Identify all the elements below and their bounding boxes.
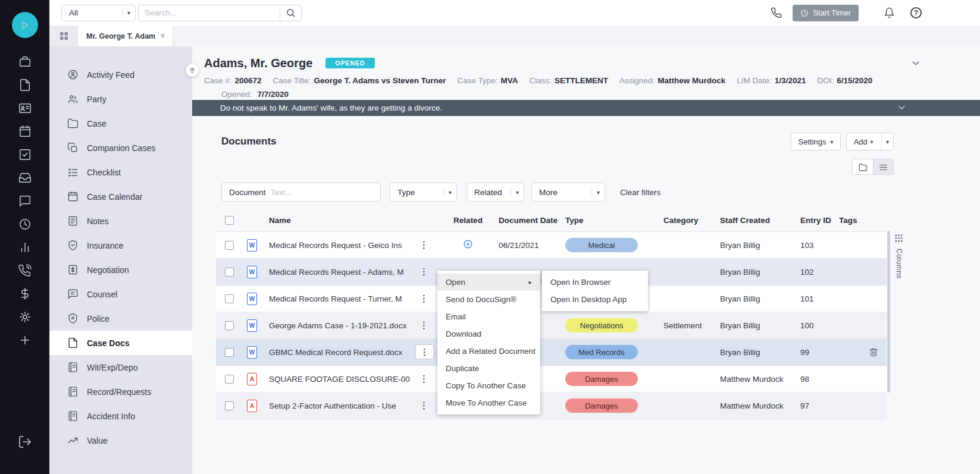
search-scope-dropdown[interactable]: All — [61, 5, 136, 21]
document-name[interactable]: George Adams Case - 1-19-2021.docx — [269, 321, 415, 330]
submenu-item-open-in-desktop-app[interactable]: Open In Desktop App — [542, 291, 648, 308]
document-name[interactable]: Medical Records Request - Adams, M — [269, 268, 415, 277]
add-rail-button[interactable] — [18, 333, 32, 347]
select-all-checkbox[interactable] — [225, 216, 234, 225]
row-menu-icon[interactable] — [415, 372, 433, 385]
notifications-button[interactable] — [884, 7, 895, 18]
chevron-down-icon[interactable] — [882, 139, 893, 145]
pin-sidebar-button[interactable] — [186, 64, 199, 77]
document-name[interactable]: Medical Records Request - Geico Ins — [269, 241, 415, 250]
add-document-button[interactable]: Add + — [846, 133, 894, 150]
sidebar-item-record-requests[interactable]: Record/Requests — [49, 379, 192, 404]
sidebar-item-companion-cases[interactable]: Companion Cases — [49, 136, 192, 160]
related-filter-dropdown[interactable]: Related — [466, 183, 524, 202]
calendar-rail-button[interactable] — [18, 124, 32, 139]
column-header-related[interactable]: Related — [442, 216, 494, 225]
row-menu-icon[interactable] — [415, 265, 433, 278]
row-checkbox[interactable] — [225, 321, 234, 330]
row-checkbox[interactable] — [225, 294, 234, 303]
menu-item-add-related-document[interactable]: Add a Related Document — [437, 343, 540, 360]
document-name[interactable]: Medical Records Request - Turner, M — [269, 294, 415, 303]
sidebar-item-notes[interactable]: Notes — [49, 209, 192, 233]
table-row[interactable]: SQUARE FOOTAGE DISCLOSURE-00 Damages Mat… — [216, 366, 887, 393]
columns-control[interactable]: Columns — [894, 234, 903, 279]
banner-collapse-button[interactable] — [897, 103, 906, 114]
row-menu-icon[interactable] — [415, 398, 433, 412]
reports-rail-button[interactable] — [18, 240, 32, 255]
sidebar-item-value[interactable]: Value — [49, 428, 192, 453]
sidebar-item-case[interactable]: Case — [49, 111, 192, 136]
row-checkbox[interactable] — [225, 268, 234, 277]
search-button[interactable] — [280, 5, 302, 21]
row-menu-icon[interactable] — [415, 318, 433, 332]
tasks-rail-button[interactable] — [18, 147, 32, 162]
sidebar-item-party[interactable]: Party — [49, 87, 192, 111]
logout-button[interactable] — [18, 435, 32, 449]
document-name[interactable]: Setup 2-Factor Authentication - Use — [269, 401, 415, 410]
menu-item-send-to-docusign[interactable]: Send to DocuSign® — [437, 291, 540, 308]
start-timer-button[interactable]: Start Timer — [793, 5, 859, 21]
sidebar-item-negotiation[interactable]: Negotiation — [49, 258, 192, 282]
settings-rail-button[interactable] — [18, 310, 32, 324]
contacts-rail-button[interactable] — [18, 101, 32, 115]
column-header-staff-created[interactable]: Staff Created — [720, 216, 800, 225]
settings-button[interactable]: Settings — [791, 133, 841, 150]
billing-rail-button[interactable] — [18, 287, 32, 301]
phone-button[interactable] — [771, 7, 782, 18]
menu-item-download[interactable]: Download — [437, 325, 540, 343]
menu-item-move-to-another-case[interactable]: Move To Another Case — [437, 394, 540, 412]
row-menu-icon[interactable] — [415, 344, 434, 359]
sidebar-item-wit-exp-depo[interactable]: Wit/Exp/Depo — [49, 355, 192, 379]
type-filter-dropdown[interactable]: Type — [390, 183, 457, 202]
column-header-entry-id[interactable]: Entry ID — [800, 216, 839, 225]
sidebar-item-police[interactable]: Police — [49, 306, 192, 331]
cases-rail-button[interactable] — [18, 55, 32, 69]
add-related-icon[interactable] — [463, 239, 473, 249]
row-menu-icon[interactable] — [415, 238, 433, 252]
clear-filters-link[interactable]: Clear filters — [620, 188, 660, 197]
column-header-tags[interactable]: Tags — [839, 216, 869, 225]
calls-rail-button[interactable] — [18, 263, 32, 278]
list-view-button[interactable] — [873, 159, 893, 175]
close-tab-icon[interactable] — [155, 32, 165, 40]
table-row[interactable]: Medical Records Request - Geico Ins 06/2… — [216, 232, 887, 259]
document-name[interactable]: GBMC Medical Record Request.docx — [269, 348, 415, 357]
intake-rail-button[interactable] — [18, 171, 32, 185]
table-row[interactable]: Setup 2-Factor Authentication - Use Dama… — [216, 393, 887, 419]
sidebar-item-accident-info[interactable]: Accident Info — [49, 404, 192, 428]
column-header-document-date[interactable]: Document Date — [494, 216, 565, 225]
time-rail-button[interactable] — [18, 217, 32, 231]
messages-rail-button[interactable] — [18, 194, 32, 208]
sidebar-item-activity-feed[interactable]: Activity Feed — [49, 62, 192, 87]
row-menu-icon[interactable] — [415, 291, 433, 305]
sidebar-item-checklist[interactable]: Checklist — [49, 160, 192, 184]
submenu-item-open-in-browser[interactable]: Open In Browser — [542, 274, 648, 291]
folder-view-button[interactable] — [853, 159, 873, 175]
row-checkbox[interactable] — [225, 241, 234, 250]
column-header-category[interactable]: Category — [663, 216, 720, 225]
more-filter-dropdown[interactable]: More — [531, 183, 605, 202]
collapse-header-button[interactable] — [911, 58, 920, 68]
search-input[interactable] — [138, 5, 280, 21]
help-button[interactable] — [910, 7, 922, 18]
menu-item-email[interactable]: Email — [437, 308, 540, 325]
document-name[interactable]: SQUARE FOOTAGE DISCLOSURE-00 — [269, 375, 415, 384]
row-checkbox[interactable] — [225, 375, 234, 384]
table-scrollbar[interactable] — [887, 231, 890, 393]
app-logo[interactable] — [12, 12, 38, 38]
row-checkbox[interactable] — [225, 401, 234, 410]
sidebar-item-case-docs[interactable]: Case Docs — [49, 331, 192, 355]
delete-document-button[interactable] — [869, 347, 878, 357]
row-checkbox[interactable] — [225, 348, 234, 357]
sidebar-item-counsel[interactable]: Counsel — [49, 282, 192, 306]
menu-item-copy-to-another-case[interactable]: Copy To Another Case — [437, 377, 540, 394]
case-tab[interactable]: Mr. George T. Adams — [78, 26, 173, 46]
column-header-name[interactable]: Name — [269, 216, 415, 225]
column-header-type[interactable]: Type — [565, 216, 663, 225]
documents-rail-button[interactable] — [18, 78, 32, 92]
tab-overview-button[interactable] — [49, 26, 78, 46]
menu-item-open[interactable]: Open — [437, 274, 540, 291]
document-text-input[interactable] — [271, 188, 380, 197]
table-row[interactable]: George Adams Case - 1-19-2021.docx Negot… — [216, 312, 887, 339]
sidebar-item-insurance[interactable]: Insurance — [49, 233, 192, 258]
